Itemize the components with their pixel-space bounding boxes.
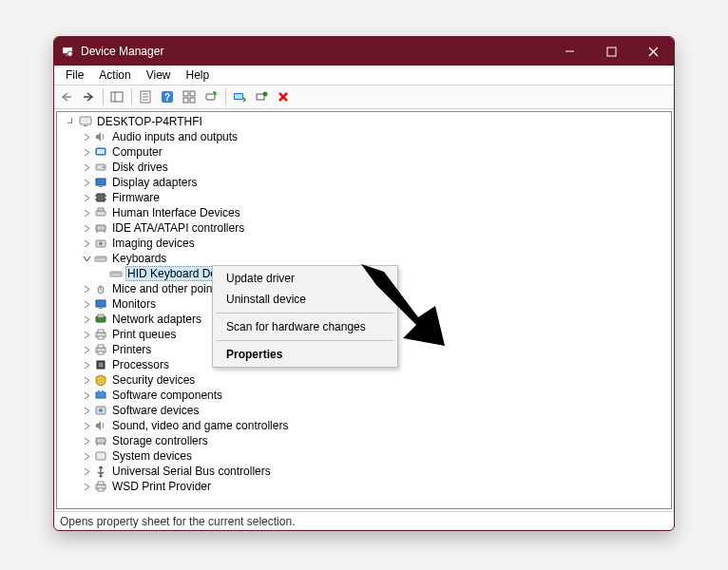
svg-rect-72 (96, 392, 105, 398)
processor-icon (93, 357, 108, 372)
expand-icon[interactable] (80, 422, 93, 430)
tree-node-label: Printers (110, 343, 153, 356)
svg-rect-73 (98, 390, 100, 392)
tree-node-label: Storage controllers (110, 434, 210, 447)
tree-node-security[interactable]: Security devices (57, 372, 671, 388)
svg-rect-18 (190, 98, 195, 103)
close-button[interactable] (632, 37, 674, 66)
svg-point-51 (104, 257, 105, 258)
context-menu-separator (216, 340, 394, 341)
view-mode-button[interactable] (179, 86, 200, 107)
expand-icon[interactable] (80, 467, 93, 476)
tree-node-label: Security devices (110, 373, 197, 387)
tree-node-keyboards[interactable]: Keyboards (57, 251, 671, 266)
tree-node-computer[interactable]: Computer (57, 144, 671, 160)
tree-node-storage[interactable]: Storage controllers (57, 433, 671, 448)
tree-node-softdev[interactable]: Software devices (57, 403, 671, 418)
svg-rect-71 (99, 363, 103, 367)
menu-view[interactable]: View (139, 67, 179, 83)
tree-node-label: Display adapters (110, 176, 199, 189)
tree-node-sound[interactable]: Sound, video and game controllers (57, 418, 671, 433)
menu-action[interactable]: Action (91, 67, 138, 83)
ctx-uninstall-device[interactable]: Uninstall device (215, 289, 395, 310)
svg-rect-4 (607, 48, 616, 56)
sound-icon (93, 418, 108, 433)
content-area: DESKTOP-P4RTHFI Audio inputs and outputs… (56, 111, 672, 509)
minimize-button[interactable] (548, 37, 590, 66)
tree-node-hid[interactable]: Human Interface Devices (57, 205, 671, 220)
tree-node-softcomp[interactable]: Software components (57, 388, 671, 403)
printer-icon (93, 479, 108, 494)
tree-node-firmware[interactable]: Firmware (57, 190, 671, 205)
show-hide-tree-button[interactable] (106, 86, 127, 107)
ctx-update-driver[interactable]: Update driver (215, 268, 395, 289)
svg-rect-21 (235, 94, 242, 99)
expand-icon[interactable] (80, 376, 93, 385)
forward-button[interactable] (78, 86, 99, 107)
tree-node-audio[interactable]: Audio inputs and outputs (57, 129, 671, 144)
expand-icon[interactable] (80, 331, 93, 339)
tree-root[interactable]: DESKTOP-P4RTHFI (57, 114, 671, 129)
svg-rect-77 (96, 438, 105, 444)
svg-point-55 (115, 273, 116, 274)
uninstall-device-button[interactable] (273, 86, 294, 107)
svg-point-57 (119, 273, 120, 274)
collapse-icon[interactable] (80, 255, 93, 263)
expand-icon[interactable] (80, 239, 93, 248)
ctx-properties[interactable]: Properties (215, 344, 395, 365)
scan-hardware-button[interactable] (201, 86, 221, 107)
svg-rect-80 (96, 452, 105, 460)
expand-icon[interactable] (80, 483, 93, 491)
tree-node-usb[interactable]: Universal Serial Bus controllers (57, 464, 671, 479)
expand-icon[interactable] (80, 194, 93, 202)
app-icon (60, 44, 75, 59)
expand-icon[interactable] (80, 133, 93, 142)
toolbar: ? (54, 85, 674, 109)
maximize-button[interactable] (590, 37, 632, 66)
storage-icon (93, 433, 108, 448)
expand-icon[interactable] (80, 391, 93, 400)
tree-node-system[interactable]: System devices (57, 448, 671, 464)
context-menu-separator (216, 313, 394, 314)
help-button[interactable]: ? (157, 86, 178, 107)
tree-node-label: Disk drives (110, 161, 170, 174)
expand-icon[interactable] (80, 407, 93, 415)
menu-file[interactable]: File (58, 67, 91, 83)
back-button[interactable] (56, 86, 77, 107)
expand-icon[interactable] (80, 148, 93, 157)
ctx-scan-hardware[interactable]: Scan for hardware changes (215, 316, 395, 337)
expand-icon[interactable] (80, 346, 93, 354)
collapse-icon[interactable] (65, 118, 78, 126)
expand-icon[interactable] (80, 209, 93, 218)
enable-device-button[interactable] (251, 86, 272, 107)
expand-icon[interactable] (80, 163, 93, 172)
printer-icon (93, 327, 108, 342)
svg-point-76 (99, 408, 103, 412)
tree-node-imaging[interactable]: Imaging devices (57, 236, 671, 251)
tree-node-ide[interactable]: IDE ATA/ATAPI controllers (57, 220, 671, 236)
svg-rect-40 (98, 208, 104, 211)
expand-icon[interactable] (80, 224, 93, 233)
expand-icon[interactable] (80, 437, 93, 446)
computer-icon (93, 144, 108, 160)
tree-node-disk[interactable]: Disk drives (57, 160, 671, 175)
tree-node-label: Software devices (110, 404, 201, 417)
menu-help[interactable]: Help (179, 67, 218, 83)
svg-point-50 (102, 257, 103, 258)
expand-icon[interactable] (80, 179, 93, 187)
tree-node-display[interactable]: Display adapters (57, 175, 671, 190)
expand-icon[interactable] (80, 285, 93, 294)
expand-icon[interactable] (80, 315, 93, 324)
firmware-icon (93, 190, 108, 205)
svg-rect-26 (80, 117, 91, 124)
security-icon (93, 372, 108, 388)
properties-button[interactable] (135, 86, 156, 107)
expand-icon[interactable] (80, 361, 93, 370)
expand-icon[interactable] (80, 452, 93, 461)
expand-icon[interactable] (80, 300, 93, 309)
update-driver-button[interactable] (229, 86, 250, 107)
svg-rect-34 (97, 194, 105, 201)
toolbar-separator (103, 88, 104, 105)
tree-node-label: Monitors (110, 297, 158, 311)
tree-node-wsd[interactable]: WSD Print Provider (57, 479, 671, 494)
